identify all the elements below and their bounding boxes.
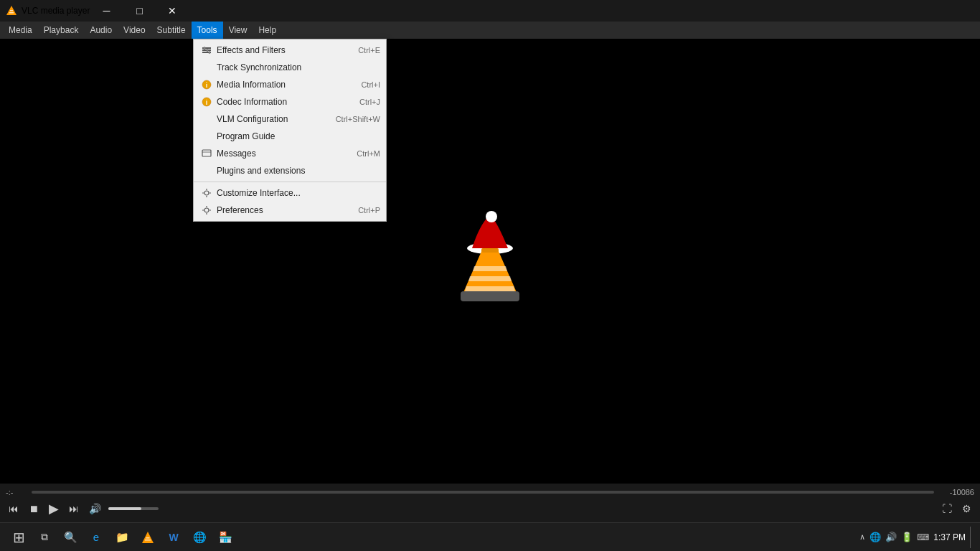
preferences-shortcut: Ctrl+P xyxy=(358,206,380,215)
clock[interactable]: 1:37 PM xyxy=(933,532,966,542)
menu-program-guide[interactable]: Program Guide xyxy=(194,128,386,145)
taskbar-explorer[interactable]: 📁 xyxy=(109,524,135,550)
menu-plugins[interactable]: Plugins and extensions xyxy=(194,162,386,179)
svg-rect-17 xyxy=(202,150,211,156)
taskbar-edge[interactable]: e xyxy=(83,524,109,550)
menu-effects-filters[interactable]: Effects and Filters Ctrl+E xyxy=(194,42,386,59)
menu-messages[interactable]: Messages Ctrl+M xyxy=(194,145,386,162)
preferences-icon xyxy=(199,205,214,215)
vlm-shortcut: Ctrl+Shift+W xyxy=(336,115,380,123)
tray-chevron[interactable]: ∧ xyxy=(859,532,865,542)
svg-point-11 xyxy=(207,50,209,52)
menu-help[interactable]: Help xyxy=(253,22,282,39)
taskbar-store[interactable]: 🏪 xyxy=(212,524,238,550)
stop-button[interactable]: ⏹ xyxy=(26,501,42,516)
menu-customize[interactable]: Customize Interface... xyxy=(194,184,386,202)
media-info-shortcut: Ctrl+I xyxy=(361,80,380,89)
messages-shortcut: Ctrl+M xyxy=(357,149,380,158)
vlc-logo xyxy=(447,211,533,311)
program-guide-label: Program Guide xyxy=(217,131,374,141)
maximize-button[interactable]: □ xyxy=(123,0,156,22)
next-button[interactable]: ⏭ xyxy=(66,501,82,516)
menu-separator xyxy=(194,182,386,182)
title-bar: VLC media player ─ □ ✕ xyxy=(0,0,980,22)
svg-rect-2 xyxy=(10,10,13,11)
preferences-label: Preferences xyxy=(217,205,352,215)
media-info-label: Media Information xyxy=(217,80,355,90)
menu-preferences[interactable]: Preferences Ctrl+P xyxy=(194,202,386,219)
svg-point-12 xyxy=(209,52,211,54)
menu-bar: Media Playback Audio Video Subtitle Tool… xyxy=(0,22,980,39)
svg-point-24 xyxy=(204,208,209,212)
video-area xyxy=(0,39,980,484)
customize-label: Customize Interface... xyxy=(217,188,374,198)
tray-keyboard[interactable]: ⌨ xyxy=(917,532,929,542)
time-elapsed: -:- xyxy=(6,488,27,496)
app-window: VLC media player ─ □ ✕ Media Playback Au… xyxy=(0,0,980,551)
time-remaining: -10086 xyxy=(938,488,974,496)
menu-view[interactable]: View xyxy=(223,22,253,39)
svg-rect-31 xyxy=(146,537,150,539)
effects-filters-label: Effects and Filters xyxy=(217,45,352,55)
plugins-label: Plugins and extensions xyxy=(217,166,374,176)
svg-point-19 xyxy=(204,191,209,195)
svg-text:i: i xyxy=(206,82,208,89)
taskbar-chrome[interactable]: 🌐 xyxy=(187,524,212,550)
player-controls: -:- -10086 ⏮ ⏹ ▶ ⏭ 🔊 ⛶ ⚙ xyxy=(0,484,980,522)
menu-media[interactable]: Media xyxy=(3,22,38,39)
volume-fill xyxy=(108,507,141,510)
effects-shortcut: Ctrl+E xyxy=(358,46,380,55)
volume-slider[interactable] xyxy=(108,507,159,510)
menu-vlm[interactable]: VLM Configuration Ctrl+Shift+W xyxy=(194,110,386,128)
svg-text:i: i xyxy=(206,99,208,106)
menu-tools[interactable]: Tools xyxy=(192,22,223,39)
taskbar-vlc[interactable] xyxy=(135,524,161,550)
play-button[interactable]: ▶ xyxy=(46,499,62,518)
menu-subtitle[interactable]: Subtitle xyxy=(151,22,192,39)
menu-track-sync[interactable]: Track Synchronization xyxy=(194,59,386,76)
effects-icon xyxy=(199,45,214,55)
vlc-icon xyxy=(6,5,17,17)
taskbar-tray: ∧ 🌐 🔊 🔋 ⌨ 1:37 PM xyxy=(859,527,974,548)
taskbar-word[interactable]: W xyxy=(161,524,187,550)
progress-bar[interactable] xyxy=(32,491,934,494)
vlm-label: VLM Configuration xyxy=(217,114,330,124)
svg-rect-30 xyxy=(145,540,151,541)
taskbar: ⊞ ⧉ 🔍 e 📁 W 🌐 🏪 ∧ 🌐 🔊 🔋 ⌨ 1:37 PM xyxy=(0,522,980,551)
tray-network[interactable]: 🌐 xyxy=(870,532,881,542)
media-info-icon: i xyxy=(199,80,214,90)
svg-point-10 xyxy=(204,47,206,50)
menu-media-info[interactable]: i Media Information Ctrl+I xyxy=(194,76,386,93)
tools-dropdown: Effects and Filters Ctrl+E Track Synchro… xyxy=(193,39,387,222)
svg-rect-5 xyxy=(461,291,519,301)
svg-point-4 xyxy=(486,211,497,222)
messages-icon xyxy=(199,149,214,159)
customize-icon xyxy=(199,188,214,198)
start-button[interactable]: ⊞ xyxy=(6,524,32,550)
tray-battery[interactable]: 🔋 xyxy=(901,532,913,542)
svg-rect-6 xyxy=(481,248,499,253)
track-sync-label: Track Synchronization xyxy=(217,62,374,72)
menu-codec-info[interactable]: i Codec Information Ctrl+J xyxy=(194,93,386,110)
volume-icon[interactable]: 🔊 xyxy=(86,501,104,516)
menu-audio[interactable]: Audio xyxy=(84,22,118,39)
minimize-button[interactable]: ─ xyxy=(90,0,123,22)
svg-rect-1 xyxy=(9,12,14,14)
window-title: VLC media player xyxy=(22,6,90,16)
tray-volume[interactable]: 🔊 xyxy=(885,532,897,542)
codec-info-icon: i xyxy=(199,97,214,107)
taskbar-search[interactable]: 🔍 xyxy=(57,524,83,550)
menu-video[interactable]: Video xyxy=(118,22,151,39)
close-button[interactable]: ✕ xyxy=(156,0,189,22)
extended-settings-button[interactable]: ⚙ xyxy=(959,501,974,516)
show-desktop-button[interactable] xyxy=(970,527,974,548)
task-view-button[interactable]: ⧉ xyxy=(32,524,57,550)
messages-label: Messages xyxy=(217,149,351,159)
prev-button[interactable]: ⏮ xyxy=(6,501,22,516)
fullscreen-button[interactable]: ⛶ xyxy=(939,501,955,516)
codec-info-shortcut: Ctrl+J xyxy=(359,98,380,106)
title-bar-controls: ─ □ ✕ xyxy=(90,0,189,22)
codec-info-label: Codec Information xyxy=(217,97,354,107)
menu-playback[interactable]: Playback xyxy=(38,22,85,39)
